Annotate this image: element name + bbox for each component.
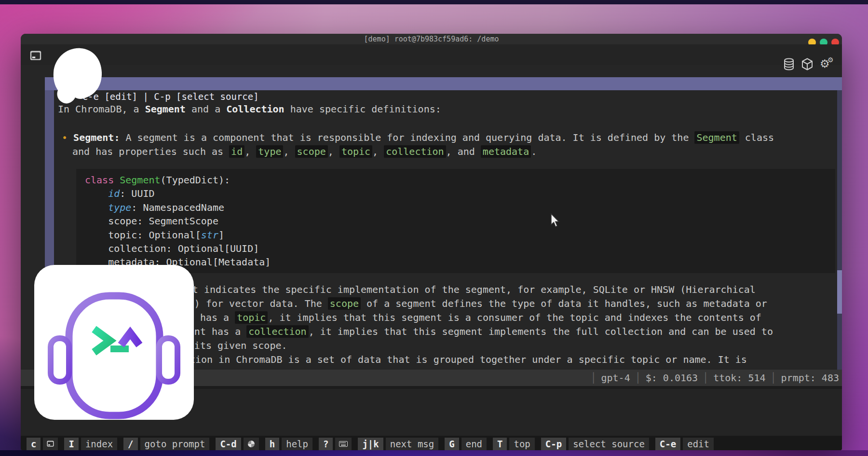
code-line: id: UUID	[85, 187, 835, 200]
message-header-hints: C-e [edit] | C-p [select source]	[82, 91, 259, 102]
database-icon[interactable]	[783, 58, 795, 72]
footer-binding: c	[27, 438, 58, 450]
terminal-window-icon[interactable]	[43, 438, 58, 450]
footer-binding: C-pselect source	[541, 438, 649, 450]
footer-key-C-e[interactable]: C-e	[655, 438, 680, 450]
chat-text-line: In ChromaDB, a Segment and a Collection …	[58, 102, 441, 116]
footer-keybar: cIindex/goto promptC-dhhelp?j|knext msgG…	[21, 436, 842, 450]
code-line: collection: Optional[UUID]	[85, 242, 835, 255]
code-line: topic: Optional[str]	[85, 228, 835, 242]
footer-label[interactable]: edit	[683, 438, 714, 450]
footer-key-I[interactable]: I	[64, 438, 78, 450]
desktop-bottom-strip	[0, 450, 868, 456]
chat-text-line: • Segment: A segment is a component that…	[62, 131, 774, 145]
footer-key-h[interactable]: h	[265, 438, 279, 450]
status-separator: │	[630, 372, 646, 384]
footer-binding: /goto prompt	[123, 438, 209, 450]
footer-key-/[interactable]: /	[123, 438, 137, 450]
footer-key-C-d[interactable]: C-d	[216, 438, 241, 450]
package-icon[interactable]	[801, 58, 813, 72]
chat-scrollbar[interactable]	[837, 90, 842, 370]
footer-binding: C-d	[216, 438, 258, 450]
pinwheel-icon[interactable]	[244, 438, 259, 450]
code-line: type: NamespacedName	[85, 201, 835, 214]
white-blob-overlay	[53, 47, 102, 107]
code-block: class Segment(TypedDict): id: UUID type:…	[76, 169, 835, 273]
footer-key-c[interactable]: c	[27, 438, 41, 450]
title-bar[interactable]: [demo] root@7b983cf59ad6: /demo	[21, 34, 842, 44]
code-line: metadata: Optional[Metadata]	[85, 255, 835, 269]
footer-key-C-p[interactable]: C-p	[541, 438, 566, 450]
footer-key-j|k[interactable]: j|k	[358, 438, 383, 450]
status-separator: │	[698, 372, 713, 384]
footer-binding: j|knext msg	[358, 438, 438, 450]
desktop-background: [demo] root@7b983cf59ad6: /demo ⚙ ⚙	[0, 0, 868, 456]
message-header-bar[interactable]: C-e [edit] | C-p [select source]	[45, 77, 842, 90]
window-title: [demo] root@7b983cf59ad6: /demo	[21, 35, 842, 43]
footer-label[interactable]: help	[282, 438, 312, 450]
footer-binding: ?	[319, 438, 352, 450]
status-item: $: 0.0163	[646, 372, 698, 384]
code-line: class Segment(TypedDict):	[85, 173, 835, 187]
chat-text-line: and has properties such as id, type, sco…	[72, 145, 537, 159]
footer-key-T[interactable]: T	[493, 438, 507, 450]
chat-scrollbar-thumb[interactable]	[837, 270, 842, 314]
keyboard-icon[interactable]	[335, 438, 352, 450]
tab-bar-actions: ⚙ ⚙	[783, 58, 834, 72]
robot-face-logo	[34, 265, 194, 420]
gears-icon[interactable]: ⚙ ⚙	[820, 58, 834, 72]
footer-label[interactable]: end	[461, 438, 487, 450]
assistant-logo-card	[34, 265, 194, 420]
footer-binding: hhelp	[265, 438, 312, 450]
tab-bar: ⚙ ⚙	[21, 44, 842, 65]
status-item: ttok: 514	[713, 372, 765, 384]
footer-label[interactable]: next msg	[386, 438, 439, 450]
terminal-window-icon[interactable]	[30, 50, 41, 63]
status-separator: │	[766, 372, 781, 384]
mouse-cursor	[550, 213, 560, 230]
desktop-top-strip	[0, 0, 868, 4]
footer-key-?[interactable]: ?	[319, 438, 333, 450]
footer-binding: Gend	[445, 438, 487, 450]
footer-binding: C-eedit	[655, 438, 714, 450]
footer-key-G[interactable]: G	[445, 438, 459, 450]
footer-label[interactable]: goto prompt	[140, 438, 210, 450]
footer-binding: Iindex	[64, 438, 117, 450]
status-item: prmpt: 483	[781, 372, 839, 384]
footer-binding: Ttop	[493, 438, 535, 450]
footer-label[interactable]: top	[509, 438, 534, 450]
status-separator: │	[585, 372, 601, 384]
code-line: scope: SegmentScope	[85, 214, 835, 228]
footer-label[interactable]: select source	[569, 438, 649, 450]
footer-label[interactable]: index	[81, 438, 117, 450]
status-item: gpt-4	[601, 372, 630, 384]
